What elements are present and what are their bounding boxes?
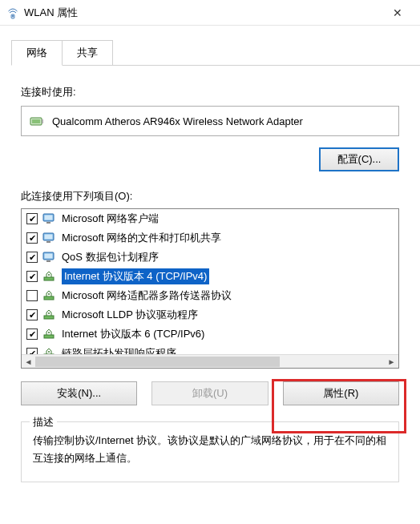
wlan-icon [6, 6, 19, 19]
list-item[interactable]: ✔Microsoft LLDP 协议驱动程序 [22, 305, 398, 324]
list-item-label: 链路层拓扑发现响应程序 [62, 346, 176, 354]
checkbox[interactable]: ✔ [26, 252, 38, 263]
list-item[interactable]: ✔QoS 数据包计划程序 [22, 248, 398, 267]
net-icon [42, 308, 57, 321]
svg-rect-7 [46, 222, 50, 224]
svg-point-15 [48, 274, 50, 276]
list-item-label: Microsoft LLDP 协议驱动程序 [62, 308, 198, 322]
svg-rect-16 [44, 296, 54, 300]
list-item-label: Microsoft 网络适配器多路传送器协议 [62, 288, 232, 303]
net-icon [42, 289, 57, 302]
components-listbox[interactable]: ✔Microsoft 网络客户端✔Microsoft 网络的文件和打印机共享✔Q… [21, 208, 399, 369]
scroll-thumb[interactable] [35, 357, 280, 367]
monitor-icon [42, 232, 57, 244]
install-button[interactable]: 安装(N)... [21, 381, 137, 405]
checkbox[interactable] [26, 290, 38, 301]
svg-rect-13 [46, 260, 50, 262]
svg-point-23 [48, 351, 50, 353]
description-legend: 描述 [30, 415, 57, 429]
scroll-left-icon[interactable]: ◄ [22, 355, 35, 369]
horizontal-scrollbar[interactable]: ◄ ► [22, 354, 398, 368]
list-item[interactable]: ✔Internet 协议版本 4 (TCP/IPv4) [22, 267, 398, 286]
svg-rect-3 [32, 119, 40, 123]
description-group: 描述 传输控制协议/Internet 协议。该协议是默认的广域网络协议，用于在不… [21, 421, 399, 482]
adapter-icon [30, 115, 44, 127]
net-icon [42, 328, 57, 341]
items-label: 此连接使用下列项目(O): [21, 189, 399, 204]
list-item-label: Microsoft 网络的文件和打印机共享 [62, 231, 221, 245]
checkbox[interactable]: ✔ [26, 271, 38, 282]
net-icon [42, 270, 57, 283]
svg-rect-12 [45, 254, 53, 259]
list-item-label: QoS 数据包计划程序 [62, 250, 159, 264]
uninstall-button[interactable]: 卸载(U) [151, 381, 268, 405]
svg-rect-18 [44, 316, 54, 319]
list-item[interactable]: ✔Microsoft 网络的文件和打印机共享 [22, 228, 398, 248]
connect-using-label: 连接时使用: [21, 85, 399, 99]
list-item-label: Microsoft 网络客户端 [62, 212, 159, 226]
configure-button[interactable]: 配置(C)... [319, 147, 399, 171]
checkbox[interactable]: ✔ [26, 329, 38, 340]
tabstrip: 网络 共享 [11, 40, 420, 66]
description-text: 传输控制协议/Internet 协议。该协议是默认的广域网络协议，用于在不同的相… [33, 432, 387, 467]
tab-sharing[interactable]: 共享 [62, 40, 113, 66]
monitor-icon [42, 212, 57, 225]
list-item-label: Internet 协议版本 6 (TCP/IPv6) [62, 327, 204, 341]
svg-rect-10 [46, 241, 50, 243]
adapter-box[interactable]: Qualcomm Atheros AR946x Wireless Network… [21, 106, 399, 136]
svg-point-1 [12, 15, 14, 17]
svg-point-21 [48, 332, 50, 333]
scroll-right-icon[interactable]: ► [385, 355, 398, 369]
list-item-label: Internet 协议版本 4 (TCP/IPv4) [62, 268, 209, 284]
checkbox[interactable]: ✔ [26, 232, 38, 244]
svg-point-19 [48, 312, 50, 314]
svg-rect-6 [45, 216, 53, 220]
svg-rect-14 [44, 277, 54, 280]
checkbox[interactable]: ✔ [26, 213, 38, 224]
list-item[interactable]: Microsoft 网络适配器多路传送器协议 [22, 286, 398, 305]
titlebar: WLAN 属性 ✕ [0, 0, 420, 26]
adapter-name: Qualcomm Atheros AR946x Wireless Network… [52, 115, 303, 127]
checkbox[interactable]: ✔ [26, 348, 38, 354]
svg-point-17 [48, 293, 50, 295]
window-title: WLAN 属性 [24, 6, 382, 20]
properties-button[interactable]: 属性(R) [283, 381, 399, 405]
list-item[interactable]: ✔Microsoft 网络客户端 [22, 209, 398, 228]
scroll-track[interactable] [35, 355, 385, 369]
svg-rect-4 [42, 119, 43, 123]
tab-network[interactable]: 网络 [11, 40, 63, 66]
checkbox[interactable]: ✔ [26, 309, 38, 320]
net-icon [42, 347, 57, 354]
close-button[interactable]: ✕ [382, 1, 414, 25]
monitor-q-icon [42, 251, 57, 264]
svg-rect-20 [44, 335, 54, 338]
svg-rect-9 [45, 235, 53, 240]
list-item[interactable]: ✔Internet 协议版本 6 (TCP/IPv6) [22, 324, 398, 344]
list-item[interactable]: ✔链路层拓扑发现响应程序 [22, 344, 398, 354]
